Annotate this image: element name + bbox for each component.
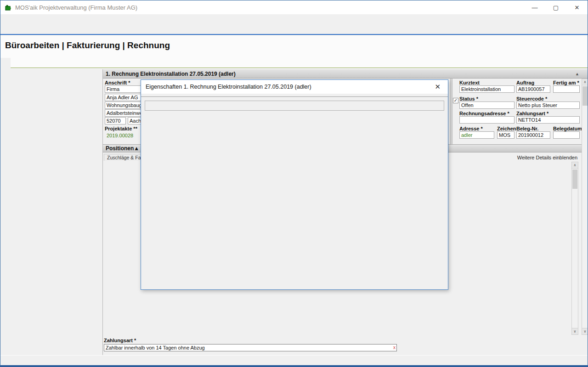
dialog-tab-strip bbox=[141, 94, 448, 97]
properties-dialog: Eigenschaften 1. Rechnung Elektroinstall… bbox=[141, 79, 448, 290]
collapse-icon[interactable]: ▲ bbox=[575, 72, 579, 76]
maximize-button[interactable]: ▢ bbox=[545, 0, 566, 14]
table-scrollbar[interactable]: ∧ ∨ bbox=[571, 162, 578, 335]
dialog-title: Eigenschaften 1. Rechnung Elektroinstall… bbox=[146, 84, 311, 90]
scrollbar-thumb[interactable] bbox=[572, 169, 577, 189]
anschrift-label: Anschrift * bbox=[105, 80, 130, 85]
zeichen-field[interactable]: MOS bbox=[497, 131, 514, 139]
zahlungsart-label: Zahlungsart * bbox=[516, 111, 548, 116]
rechnungsadresse-field[interactable] bbox=[459, 116, 514, 124]
weitere-details-link[interactable]: Weitere Details einblenden bbox=[517, 155, 577, 160]
projektakte-label: Projektakte ** bbox=[105, 126, 137, 131]
fertig-am-label: Fertig am * bbox=[553, 80, 579, 85]
kurztext-field[interactable]: Elektroinstallation bbox=[459, 85, 514, 93]
status-checkbox[interactable]: ✓ bbox=[453, 98, 458, 103]
steuercode-label: Steuercode * bbox=[516, 96, 547, 102]
dialog-title-bar: Eigenschaften 1. Rechnung Elektroinstall… bbox=[141, 80, 448, 94]
zahlungsart-text: Zahlbar innerhalb von 14 Tagen ohne Abzu… bbox=[106, 345, 205, 350]
document-header: 1. Rechnung Elektroinstallation 27.05.20… bbox=[103, 69, 588, 79]
adresse-label: Adresse * bbox=[459, 126, 483, 131]
belegnr-field[interactable]: 201900012 bbox=[516, 131, 550, 139]
scroll-up-icon[interactable]: ∧ bbox=[572, 162, 578, 169]
adresse-field[interactable]: adler bbox=[459, 131, 494, 139]
close-button[interactable]: ✕ bbox=[566, 0, 588, 14]
zahlungsart-footer-label: Zahlungsart * bbox=[104, 338, 136, 343]
zeichen-label: Zeichen bbox=[497, 126, 516, 131]
breadcrumb-area: Büroarbeiten | Fakturierung | Rechnung bbox=[0, 36, 588, 58]
belegdatum-field[interactable] bbox=[553, 131, 580, 139]
fertig-am-field[interactable] bbox=[553, 85, 580, 93]
pane-scrollbar[interactable]: ∧ ∨ bbox=[582, 79, 588, 335]
document-tab-strip bbox=[11, 58, 588, 68]
menu-bar bbox=[0, 14, 588, 24]
status-label: Status * bbox=[459, 96, 478, 102]
zahlungsart-input[interactable]: Zahlbar innerhalb von 14 Tagen ohne Abzu… bbox=[104, 344, 397, 351]
kurztext-label: Kurztext bbox=[459, 80, 480, 85]
dialog-field-group bbox=[145, 101, 444, 111]
app-puzzle-icon bbox=[5, 4, 11, 11]
breadcrumb: Büroarbeiten | Fakturierung | Rechnung bbox=[5, 40, 170, 51]
dialog-button-row bbox=[141, 113, 448, 119]
app-window: MOS'aik Projektverwaltung (Firma Muster … bbox=[0, 0, 588, 367]
rechnungsadresse-label: Rechnungsadresse * bbox=[459, 111, 509, 116]
minimize-button[interactable]: — bbox=[524, 0, 545, 14]
pane-splitter[interactable] bbox=[450, 79, 452, 144]
dialog-close-icon[interactable]: ✕ bbox=[432, 83, 443, 91]
collapse-icon[interactable]: ▲ bbox=[134, 145, 139, 152]
belegnr-label: Beleg-Nr. bbox=[516, 126, 538, 131]
status-field[interactable]: Offen bbox=[459, 102, 514, 109]
auftrag-label: Auftrag bbox=[516, 80, 534, 85]
title-bar: MOS'aik Projektverwaltung (Firma Muster … bbox=[0, 0, 588, 14]
positionen-title: Positionen bbox=[106, 145, 134, 152]
scroll-down-icon[interactable]: ∨ bbox=[582, 328, 588, 334]
steuercode-field[interactable]: Netto plus Steuer bbox=[516, 102, 580, 109]
scroll-down-icon[interactable]: ∨ bbox=[572, 328, 578, 334]
scrollbar-thumb[interactable] bbox=[582, 86, 588, 106]
clear-icon[interactable]: x bbox=[393, 345, 396, 350]
status-bar bbox=[0, 355, 588, 365]
scroll-up-icon[interactable]: ∧ bbox=[582, 79, 588, 85]
toolbar bbox=[0, 24, 588, 35]
auftrag-field[interactable]: AB1900057 bbox=[516, 85, 550, 93]
anschrift-plz-field[interactable]: 52070 bbox=[105, 117, 126, 124]
window-title: MOS'aik Projektverwaltung (Firma Muster … bbox=[15, 4, 137, 11]
zahlungsart-field[interactable]: NETTO14 bbox=[516, 116, 580, 124]
document-header-title: 1. Rechnung Elektroinstallation 27.05.20… bbox=[106, 71, 236, 77]
belegdatum-label: Belegdatum bbox=[553, 126, 582, 131]
